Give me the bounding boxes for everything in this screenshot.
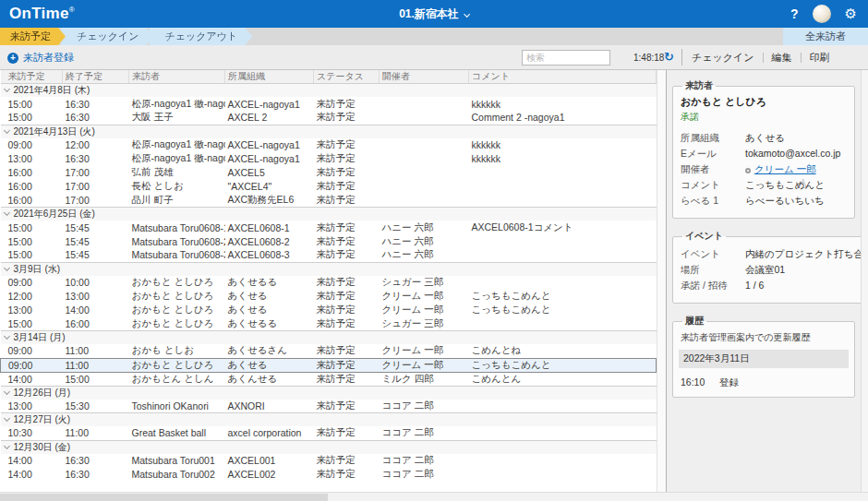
user-avatar[interactable] (813, 5, 831, 23)
cell (469, 248, 657, 262)
cell: AXCEL-nagoya1 (225, 152, 314, 166)
visit-row[interactable]: 12:0013:00おかもと としひろあくせる来訪予定クリーム 一郎こっちもこめ… (1, 290, 657, 304)
col-comment[interactable]: コメント (469, 70, 657, 84)
table-header-row: 来訪予定 終了予定 来訪者 所属組織 ステータス 開催者 コメント (1, 70, 657, 84)
cell: AXCEL-nagoya1 (225, 138, 314, 152)
horizontal-scrollbar-thumb[interactable] (0, 494, 328, 501)
tab-bar: 来訪予定 チェックイン チェックアウト 全来訪者 (0, 28, 868, 45)
detail-field-row: イベント内緒のプロジェクト打ち合わせ (681, 248, 868, 260)
edit-button[interactable]: 編集 (772, 51, 792, 65)
cell: 16:30 (63, 97, 129, 111)
visit-row[interactable]: 16:0017:00長松 としお"AXCEL4"来訪予定 (1, 180, 657, 194)
tab-all-visitors[interactable]: 全来訪者 (783, 28, 868, 45)
gear-icon[interactable]: ⚙ (845, 7, 857, 21)
help-icon[interactable]: ? (790, 6, 799, 21)
col-organization[interactable]: 所属組織 (225, 70, 314, 84)
date-group-row[interactable]: 2021年4月13日 (火) (1, 125, 657, 138)
visit-row[interactable]: 16:0017:00弘前 茂雄AXCEL5来訪予定 (1, 166, 657, 180)
checkin-button[interactable]: チェックイン (692, 51, 754, 65)
cell: 来訪予定 (314, 152, 380, 166)
refresh-icon[interactable]: ↻ (664, 50, 674, 65)
cell: 15:45 (63, 248, 129, 262)
visit-row[interactable]: 09:0011:00おかも としおあくせるさん来訪予定クリーム 一郎こめんとね (1, 344, 657, 358)
detail-field-row: Eメールtokamoto@axcel.co.jp (681, 148, 847, 160)
visit-row[interactable]: 15:0015:45Matsubara Toru0608-1AXCEL0608-… (1, 221, 657, 234)
date-group-row[interactable]: 12月27日 (火) (1, 413, 657, 427)
horizontal-scrollbar-track[interactable] (0, 492, 868, 501)
cell: こめんとね (469, 344, 657, 358)
col-visit-start[interactable]: 来訪予定 (1, 70, 63, 84)
cell: AXCEL002 (225, 468, 314, 482)
add-icon: + (7, 53, 18, 64)
search-input[interactable] (522, 50, 610, 66)
visit-row[interactable]: 15:0015:45Matsubara Toru0608-2AXCEL0608-… (1, 234, 657, 248)
cell: 10:00 (63, 276, 129, 290)
cell: 大阪 王子 (129, 111, 225, 125)
visit-row[interactable]: 09:0011:00おかもと としひろあくせる来訪予定クリーム 一郎こっちもこめ… (1, 358, 657, 372)
detail-field-row: 承諾 / 招待1 / 6 (681, 280, 868, 292)
cell: 11:00 (63, 358, 129, 372)
visit-row[interactable]: 10:3011:00Great Basket ballaxcel corpora… (1, 426, 657, 440)
tab-checkout[interactable]: チェックアウト (150, 28, 253, 45)
separator (763, 53, 764, 63)
visit-row[interactable]: 13:0015:30Toshinori OKanoriAXNORI来訪予定ココア… (1, 400, 657, 413)
col-visit-end[interactable]: 終了予定 (63, 70, 129, 84)
date-group-row[interactable]: 2021年6月25日 (金) (1, 208, 657, 221)
cell: 15:45 (63, 234, 129, 248)
visitor-status-badge: 承諾 (681, 111, 847, 124)
tab-checkin[interactable]: チェックイン (61, 28, 154, 45)
cell: AXNORI (225, 400, 314, 413)
col-visitor[interactable]: 来訪者 (129, 70, 225, 84)
organizer-link[interactable]: クリーム 一郎 (754, 163, 816, 174)
visit-row[interactable]: 09:0010:00おかもと としひろあくせるる来訪予定シュガー 三郎 (1, 276, 657, 290)
date-group-row[interactable]: 2021年4月8日 (木) (1, 84, 657, 98)
cell: 松原-nagoya1 徹-nagoya1 (129, 97, 225, 111)
cell: あくせるる (225, 317, 314, 331)
cell: あくせる (225, 358, 314, 372)
cell: 来訪予定 (314, 372, 380, 386)
visit-row[interactable]: 15:0016:00おかもと としひろあくせるる来訪予定シュガー 三郎 (1, 317, 657, 331)
col-status[interactable]: ステータス (314, 70, 380, 84)
date-group-row[interactable]: 12月30日 (金) (1, 440, 657, 454)
vertical-scrollbar[interactable] (657, 70, 666, 492)
visit-row[interactable]: 15:0016:30大阪 王子AXCEL 2来訪予定Comment 2 -nag… (1, 111, 657, 125)
cell: AXCEL0608-2 (225, 234, 314, 248)
col-organizer[interactable]: 開催者 (380, 70, 469, 84)
visit-row[interactable]: 15:0016:30松原-nagoya1 徹-nagoya1AXCEL-nago… (1, 97, 657, 111)
register-visitor-button[interactable]: + 来訪者登録 (7, 51, 74, 65)
visit-table-area: 来訪予定 終了予定 来訪者 所属組織 ステータス 開催者 コメント 2021年4… (0, 70, 667, 492)
visit-row[interactable]: 14:0016:30Matsubara Toru001AXCEL001来訪予定コ… (1, 454, 657, 468)
cell (380, 97, 469, 111)
visit-row[interactable]: 13:0014:00おかもと としひろあくせる来訪予定クリーム 一郎こっちもこめ… (1, 304, 657, 317)
location-selector[interactable]: 01.新宿本社 (399, 6, 469, 22)
cell: ハニー 六郎 (380, 221, 469, 234)
visit-row[interactable]: 13:0016:30松原-nagoya1 徹-nagoya1AXCEL-nago… (1, 152, 657, 166)
visit-row[interactable]: 09:0012:00松原-nagoya1 徹-nagoya1AXCEL-nago… (1, 138, 657, 152)
history-date: 2022年3月11日 (679, 350, 849, 368)
date-group-row[interactable]: 12月26日 (月) (1, 386, 657, 400)
date-group-row[interactable]: 3月14日 (月) (1, 331, 657, 345)
field-value: 1 / 6 (745, 280, 764, 292)
history-action: 登録 (719, 376, 739, 389)
cell: ハニー 六郎 (380, 248, 469, 262)
cell: シュガー 三郎 (380, 317, 469, 331)
cell: あくせる (225, 304, 314, 317)
cell: おかもと としひろ (129, 317, 225, 331)
visit-row[interactable]: 15:0015:45Matsubara Toru0608-3AXCEL0608-… (1, 248, 657, 262)
cell: 14:00 (63, 304, 129, 317)
panel-scrollbar[interactable] (861, 70, 868, 492)
cell: 15:00 (1, 234, 63, 248)
visit-row[interactable]: 16:0017:00品川 町子AXC勤務先EL6来訪予定 (1, 194, 657, 208)
ontime-app: OnTime® 01.新宿本社 ? ⚙ 来訪予定 チェックイン チェックアウト … (0, 0, 868, 501)
cell: ココア 二郎 (380, 454, 469, 468)
event-section-title: イベント (682, 230, 726, 243)
cell: クリーム 一郎 (380, 344, 469, 358)
cell: 09:00 (1, 344, 63, 358)
tab-visit-schedule[interactable]: 来訪予定 (0, 28, 66, 45)
cell: 弘前 茂雄 (129, 166, 225, 180)
date-group-row[interactable]: 3月9日 (水) (1, 262, 657, 276)
visit-row[interactable]: 14:0016:30Matsubara Toru002AXCEL002来訪予定コ… (1, 468, 657, 482)
print-button[interactable]: 印刷 (810, 51, 830, 65)
visit-row[interactable]: 14:0015:00おかもとん としんあくんせる来訪予定ミルク 四郎こめんとん (1, 372, 657, 386)
main-area: 来訪予定 終了予定 来訪者 所属組織 ステータス 開催者 コメント 2021年4… (0, 70, 868, 492)
